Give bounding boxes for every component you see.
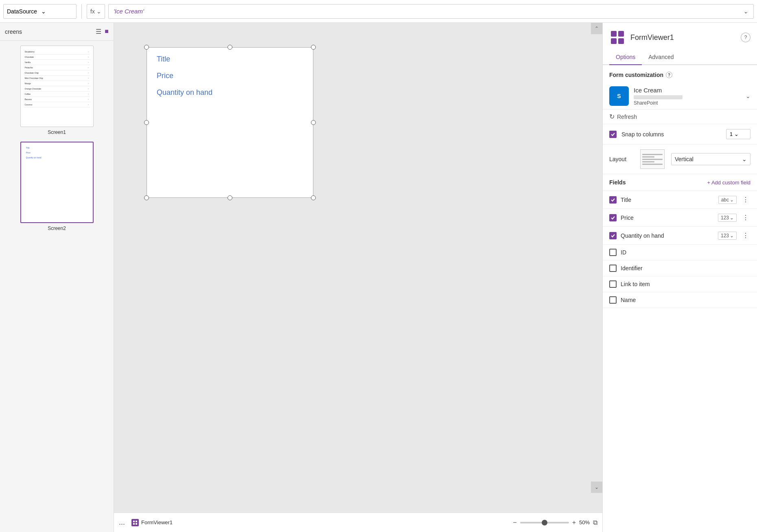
screen1-label: Screen1 [48, 129, 66, 135]
svg-rect-4 [611, 31, 617, 37]
screens-list: Strawberry> Chocolate> Vanilla> Pistachi… [0, 41, 114, 236]
help-button[interactable]: ? [741, 33, 750, 42]
fx-area: fx ⌄ 'Ice Cream' ⌄ [87, 4, 754, 19]
zoom-in-button[interactable]: + [572, 519, 576, 526]
tab-advanced[interactable]: Advanced [642, 50, 680, 65]
field-title-checkbox[interactable] [609, 196, 617, 204]
zoom-slider[interactable] [520, 522, 569, 523]
field-name-checkbox[interactable] [609, 296, 617, 304]
svg-rect-2 [133, 523, 135, 525]
field-qty-more[interactable]: ⋮ [741, 231, 750, 240]
field-row-link: Link to item [603, 276, 757, 292]
more-options-button[interactable]: ... [119, 518, 125, 527]
scroll-down-arrow[interactable]: ⌄ [591, 482, 602, 493]
screens-panel: creens ☰ ■ Strawberry> Chocolate> Vanill… [0, 23, 114, 532]
list-item: Coconut> [24, 102, 90, 107]
field-title-more[interactable]: ⋮ [741, 195, 750, 204]
list-item: Chocolate> [24, 55, 90, 60]
field-price-name: Price [621, 215, 714, 221]
main-layout: creens ☰ ■ Strawberry> Chocolate> Vanill… [0, 23, 757, 532]
list-item: Vanilla> [24, 60, 90, 65]
list-item: Orange Chocolate> [24, 86, 90, 92]
list-item: Pistachio> [24, 65, 90, 70]
svg-rect-1 [136, 521, 137, 522]
datasource-expand-chevron[interactable]: ⌄ [746, 93, 750, 99]
field-identifier-checkbox[interactable] [609, 265, 617, 272]
screen2-item[interactable]: Title Price Quantity on hand Screen2 [5, 142, 109, 231]
tab-options[interactable]: Options [609, 50, 642, 65]
fx-text: fx [90, 8, 95, 15]
columns-dropdown[interactable]: 1 ⌄ [726, 129, 750, 139]
field-qty-checkbox[interactable] [609, 232, 617, 239]
field-name-name: Name [621, 297, 750, 303]
canvas-area: ⌃ Title Price Quantity on hand [114, 23, 602, 532]
formula-bar[interactable]: 'Ice Cream' ⌄ [108, 4, 754, 19]
form-field-title: Title [147, 48, 313, 63]
breadcrumb-label: FormViewer1 [141, 519, 173, 525]
screens-header: creens ☰ ■ [0, 23, 114, 41]
datasource-block: S Ice Cream SharePoint ⌄ [603, 83, 757, 109]
field-title-name: Title [621, 197, 714, 203]
toolbar: DataSource ⌄ fx ⌄ 'Ice Cream' ⌄ [0, 0, 757, 23]
datasource-name: Ice Cream [634, 87, 741, 94]
form-canvas[interactable]: Title Price Quantity on hand [147, 47, 313, 198]
layout-select[interactable]: Vertical ⌄ [671, 153, 750, 165]
columns-value: 1 [730, 131, 733, 137]
list-item: Mint Chocolate Chip> [24, 76, 90, 81]
fx-chevron: ⌄ [96, 8, 101, 15]
field-price-type[interactable]: 123 ⌄ [718, 214, 737, 222]
zoom-slider-thumb[interactable] [542, 520, 547, 525]
datasource-label: DataSource [7, 8, 39, 15]
right-panel: FormViewer1 ? Options Advanced Form cust… [602, 23, 757, 532]
grid-view-icon[interactable]: ■ [105, 28, 109, 35]
screens-title: creens [5, 28, 96, 35]
zoom-controls: − + 50% ⧉ [513, 519, 597, 526]
field-row-identifier: Identifier [603, 261, 757, 276]
list-item: Banana> [24, 97, 90, 102]
screens-icons: ☰ ■ [96, 28, 109, 35]
field-row-name: Name [603, 292, 757, 308]
screen1-list: Strawberry> Chocolate> Vanilla> Pistachi… [21, 46, 93, 111]
field-id-name: ID [621, 249, 750, 256]
svg-text:S: S [617, 93, 621, 99]
field-id-checkbox[interactable] [609, 249, 617, 256]
field-link-checkbox[interactable] [609, 280, 617, 288]
fx-button[interactable]: fx ⌄ [87, 4, 105, 19]
panel-tabs: Options Advanced [603, 50, 757, 65]
field-price-checkbox[interactable] [609, 214, 617, 221]
layout-line [642, 154, 663, 155]
add-custom-field-button[interactable]: + Add custom field [707, 180, 750, 186]
s2-field-title: Title [26, 147, 88, 149]
field-qty-chevron: ⌄ [730, 233, 734, 239]
refresh-button[interactable]: ↻ Refresh [603, 109, 757, 124]
list-item: Coffee> [24, 92, 90, 97]
datasource-dropdown[interactable]: DataSource ⌄ [3, 4, 77, 19]
layout-value: Vertical [675, 156, 740, 162]
screen1-item[interactable]: Strawberry> Chocolate> Vanilla> Pistachi… [5, 46, 109, 135]
expand-button[interactable]: ⧉ [593, 519, 597, 526]
formula-text: 'Ice Cream' [114, 8, 144, 15]
list-view-icon[interactable]: ☰ [96, 28, 101, 35]
formviewer-icon [131, 519, 139, 526]
zoom-percentage: 50% [579, 519, 590, 525]
snap-to-columns-checkbox[interactable] [609, 131, 617, 138]
form-customization-title: Form customization ? [603, 65, 757, 83]
canvas-scroll-area[interactable]: ⌃ Title Price Quantity on hand [114, 23, 602, 512]
panel-body: Form customization ? S Ice Cream SharePo… [603, 65, 757, 532]
field-identifier-name: Identifier [621, 265, 750, 271]
scroll-up-arrow[interactable]: ⌃ [591, 23, 602, 34]
form-field-qty: Quantity on hand [147, 80, 313, 97]
sharepoint-icon: S [609, 86, 629, 106]
form-customization-help[interactable]: ? [666, 72, 672, 78]
field-price-chevron: ⌄ [730, 215, 734, 221]
field-title-chevron: ⌄ [730, 197, 734, 203]
zoom-out-button[interactable]: − [513, 519, 516, 526]
field-price-more[interactable]: ⋮ [741, 213, 750, 222]
field-title-type[interactable]: abc ⌄ [718, 196, 737, 204]
layout-line [642, 156, 654, 158]
formviewer-header: FormViewer1 ? [603, 23, 757, 46]
list-item: Strawberry> [24, 49, 90, 55]
field-qty-type[interactable]: 123 ⌄ [718, 232, 737, 240]
field-row-qty: Quantity on hand 123 ⌄ ⋮ [603, 227, 757, 245]
field-row-title: Title abc ⌄ ⋮ [603, 191, 757, 209]
